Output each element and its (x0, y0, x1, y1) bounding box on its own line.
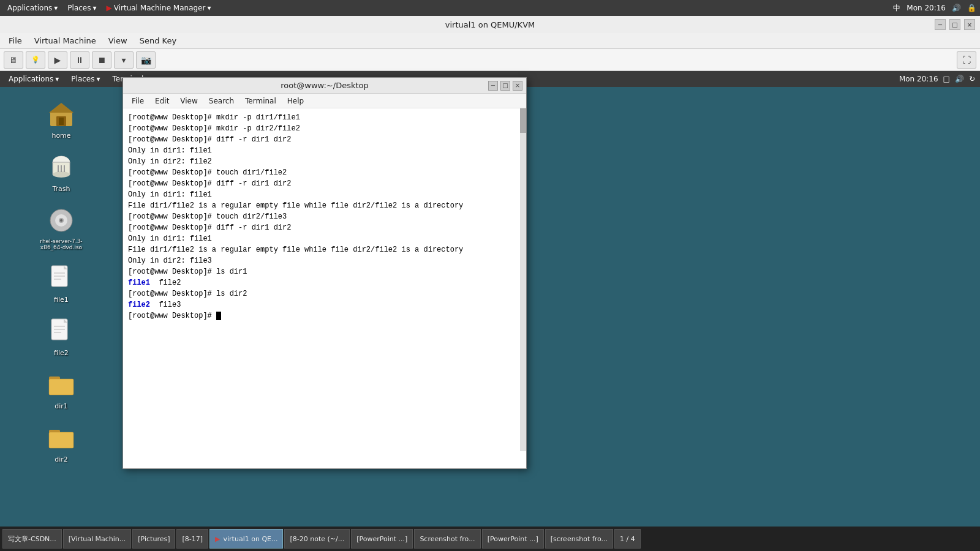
file2-icon (47, 317, 76, 346)
vm-menu-file[interactable]: File (2, 34, 28, 47)
iso-icon-label: rhel-server-7.3-x86_64-dvd.iso (37, 238, 86, 251)
disc-icon (47, 206, 76, 235)
system-bar-right: 中 Mon 20:16 🔊 🔒 (893, 3, 976, 13)
terminal-line-5: Only in dir2: file2 (128, 156, 521, 167)
terminal-minimize-button[interactable]: − (488, 81, 498, 91)
inner-desktop: Applications ▾ Places ▾ Terminal Mon 20:… (0, 71, 980, 551)
inner-topbar-right: Mon 20:16 □ 🔊 ↻ (899, 75, 975, 83)
desktop-icon-home[interactable]: home (37, 99, 86, 140)
vm-tool-dropdown[interactable]: ▾ (114, 51, 134, 69)
volume-icon: 🔊 (952, 4, 961, 12)
vm-tool-power[interactable]: 💡 (26, 51, 45, 69)
dir1-icon (47, 370, 76, 399)
inner-places-menu[interactable]: Places ▾ (67, 73, 104, 84)
vm-tool-screenshot[interactable]: 📷 (136, 51, 156, 69)
inner-time: Mon 20:16 (899, 75, 938, 83)
taskbar-item-ppt1-label: [PowerPoint ...] (356, 535, 407, 543)
desktop-icon-dir2[interactable]: dir2 (37, 423, 86, 464)
terminal-body[interactable]: [root@www Desktop]# mkdir -p dir1/file1 … (123, 108, 526, 468)
vm-tool-play[interactable]: ▶ (48, 51, 67, 69)
vm-menu-view[interactable]: View (102, 34, 134, 47)
terminal-line-4: Only in dir1: file1 (128, 145, 521, 156)
desktop-icon-file1[interactable]: file1 (37, 263, 86, 304)
terminal-close-button[interactable]: × (513, 81, 522, 91)
vm-manager-icon: ▶ (107, 4, 112, 12)
terminal-line-9: File dir1/file2 is a regular empty file … (128, 200, 521, 211)
terminal-scrollbar[interactable] (520, 108, 526, 451)
vm-window-title: virtual1 on QEMU/KVM (445, 20, 535, 29)
terminal-menu-file[interactable]: File (127, 96, 149, 107)
vm-tool-stop[interactable]: ⏹ (92, 51, 111, 69)
desktop-icon-iso[interactable]: rhel-server-7.3-x86_64-dvd.iso (37, 206, 86, 251)
apps-arrow-icon: ▾ (54, 4, 58, 12)
vm-close-button[interactable]: × (964, 19, 975, 30)
terminal-line-19: [root@www Desktop]# (128, 310, 521, 321)
taskbar-item-8-17-label: [8-17] (182, 535, 203, 543)
inner-places-label: Places (71, 75, 94, 83)
terminal-menu-search[interactable]: Search (204, 96, 239, 107)
terminal-cursor (216, 312, 221, 320)
vm-tool-fullscreen[interactable]: ⛶ (957, 51, 976, 69)
terminal-line-18: file2 file3 (128, 299, 521, 310)
taskbar-item-powerpoint-2[interactable]: [PowerPoint ...] (482, 529, 544, 549)
desktop-icons-area: home Tras (0, 87, 123, 527)
taskbar-item-screenshot2[interactable]: [screenshot fro... (545, 529, 613, 549)
terminal-menu-edit[interactable]: Edit (150, 96, 174, 107)
inner-places-arrow: ▾ (97, 75, 100, 83)
places-arrow-icon: ▾ (93, 4, 97, 12)
vm-tool-pause[interactable]: ⏸ (70, 51, 89, 69)
taskbar-item-8-17[interactable]: [8-17] (176, 529, 208, 549)
vm-tool-display[interactable]: 🖥 (4, 51, 23, 69)
vm-content: Applications ▾ Places ▾ Terminal Mon 20:… (0, 71, 980, 551)
taskbar-item-page[interactable]: 1 / 4 (614, 529, 641, 549)
taskbar-item-pictures[interactable]: [Pictures] (132, 529, 175, 549)
dir1-icon-label: dir1 (53, 402, 70, 411)
inner-volume-icon: 🔊 (955, 75, 964, 83)
terminal-line-2: [root@www Desktop]# mkdir -p dir2/file2 (128, 123, 521, 134)
vm-menu-send-key[interactable]: Send Key (134, 34, 183, 47)
terminal-menu-view[interactable]: View (175, 96, 202, 107)
system-bar: Applications ▾ Places ▾ ▶ Virtual Machin… (0, 0, 980, 16)
terminal-line-16: file1 file2 (128, 277, 521, 288)
taskbar-item-virtual1[interactable]: ▶ virtual1 on QE... (209, 529, 283, 549)
desktop-icon-file2[interactable]: file2 (37, 317, 86, 358)
vm-manager-menu[interactable]: ▶ Virtual Machine Manager ▾ (103, 2, 215, 13)
terminal-scrollbar-thumb[interactable] (520, 108, 526, 133)
desktop-icon-dir1[interactable]: dir1 (37, 370, 86, 411)
terminal-controls: − □ × (488, 81, 522, 91)
places-menu[interactable]: Places ▾ (64, 2, 100, 13)
vm-window-controls: − □ × (935, 19, 975, 30)
taskbar-item-powerpoint-1[interactable]: [PowerPoint ...] (351, 529, 413, 549)
inner-apps-arrow: ▾ (55, 75, 59, 83)
terminal-title: root@www:~/Desktop (281, 81, 369, 90)
vm-titlebar: virtual1 on QEMU/KVM − □ × (0, 16, 980, 33)
vm-minimize-button[interactable]: − (935, 19, 946, 30)
vm-menu-virtual-machine[interactable]: Virtual Machine (28, 34, 102, 47)
file1-icon-label: file1 (52, 295, 70, 304)
vm-toolbar: 🖥 💡 ▶ ⏸ ⏹ ▾ 📷 ⛶ (0, 49, 980, 71)
terminal-line-15: [root@www Desktop]# ls dir1 (128, 266, 521, 277)
terminal-line-6: [root@www Desktop]# touch dir1/file2 (128, 167, 521, 178)
taskbar-item-csdn[interactable]: 写文章-CSDN... (2, 529, 62, 549)
home-icon-label: home (50, 131, 72, 140)
desktop-icon-trash[interactable]: Trash (37, 152, 86, 193)
vm-maximize-button[interactable]: □ (949, 19, 960, 30)
vm-arrow-icon: ▾ (207, 4, 211, 12)
ls-dir1-blue: file1 (128, 279, 150, 287)
terminal-menu-help[interactable]: Help (282, 96, 309, 107)
terminal-line-3: [root@www Desktop]# diff -r dir1 dir2 (128, 134, 521, 145)
terminal-line-10: [root@www Desktop]# touch dir2/file3 (128, 211, 521, 222)
taskbar-item-screenshot2-label: [screenshot fro... (551, 535, 608, 543)
svg-marker-1 (49, 103, 74, 113)
network-icon: 🔒 (967, 4, 976, 12)
lang-indicator: 中 (893, 3, 900, 13)
taskbar-item-8-20-note[interactable]: [8-20 note (~/... (284, 529, 350, 549)
terminal-menu-terminal[interactable]: Terminal (240, 96, 281, 107)
terminal-maximize-button[interactable]: □ (500, 81, 510, 91)
inner-applications-menu[interactable]: Applications ▾ (5, 73, 62, 84)
vm-manager-label: Virtual Machine Manager (114, 4, 206, 12)
taskbar-item-screenshot[interactable]: Screenshot fro... (414, 529, 480, 549)
applications-menu[interactable]: Applications ▾ (4, 2, 61, 13)
taskbar-item-virtual-machine[interactable]: [Virtual Machin... (63, 529, 132, 549)
terminal-line-12: Only in dir1: file1 (128, 233, 521, 244)
